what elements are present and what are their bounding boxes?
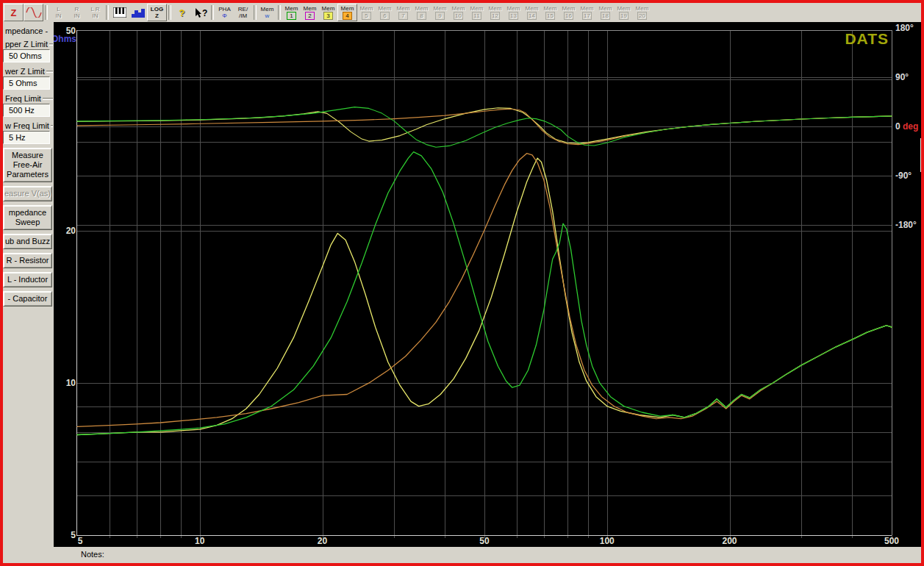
upper-z-limit-label-text: pper Z Limit bbox=[5, 40, 48, 49]
toolbar-separator bbox=[106, 5, 109, 20]
measure-vas-button: easure V(as) bbox=[3, 186, 52, 201]
mem-20-button-label: Mem bbox=[636, 5, 649, 12]
mem-2-button[interactable]: Mem2 bbox=[301, 4, 319, 21]
mem-3-button[interactable]: Mem3 bbox=[319, 4, 337, 21]
high-freq-limit-label-text: Freq Limit bbox=[5, 94, 41, 103]
notes-label: Notes: bbox=[81, 550, 104, 559]
y-right-tick-0: 0 deg bbox=[895, 121, 918, 132]
mem-11-button-number: 11 bbox=[472, 12, 481, 20]
keyboard-button[interactable] bbox=[110, 4, 129, 21]
mem-w-button-glyph: w bbox=[265, 12, 270, 19]
high-freq-limit-label: Freq Limit bbox=[5, 94, 54, 103]
mem-14-button: Mem14 bbox=[523, 4, 541, 21]
mem-18-button-label: Mem bbox=[599, 5, 612, 12]
plot-frame bbox=[76, 30, 892, 536]
low-freq-limit-input[interactable] bbox=[3, 131, 50, 144]
upper-z-limit-input[interactable] bbox=[3, 49, 50, 62]
sine-wave-icon bbox=[26, 7, 42, 18]
histogram-button[interactable] bbox=[129, 4, 147, 21]
mem-1-button-label: Mem bbox=[285, 5, 298, 12]
mem-11-button-label: Mem bbox=[470, 5, 484, 12]
mem-w-button-label: Mem bbox=[261, 6, 274, 12]
right-in-button: RIN bbox=[68, 4, 86, 21]
re-im-button-label: RE/ bbox=[238, 6, 248, 12]
mem-2-button-label: Mem bbox=[304, 5, 317, 12]
log-z-button[interactable]: LOGZ bbox=[147, 4, 167, 21]
toolbar-separator bbox=[45, 5, 48, 20]
mem-16-button-number: 16 bbox=[564, 12, 573, 20]
y-left-tick-10: 10 bbox=[66, 378, 76, 388]
context-help-button[interactable]: ? bbox=[191, 4, 209, 21]
toolbar: ZLINRINL RINLOGZ??PHAΦRE//IMMemwMem1Mem2… bbox=[3, 3, 921, 22]
impedance-chart-svg: 5020105Ohms5102050100200500180°90°0 deg-… bbox=[54, 22, 921, 547]
impedance-z-button[interactable]: Z bbox=[4, 4, 24, 21]
mem-16-button-label: Mem bbox=[562, 5, 576, 12]
x-tick-20: 20 bbox=[318, 536, 328, 546]
rub-and-buzz-button[interactable]: ub and Buzz bbox=[3, 234, 52, 249]
mem-4-button[interactable]: Mem4 bbox=[337, 4, 357, 21]
mem-7-button: Mem7 bbox=[394, 4, 412, 21]
mem-3-button-label: Mem bbox=[322, 5, 335, 12]
impedance-chart: 5020105Ohms5102050100200500180°90°0 deg-… bbox=[54, 22, 921, 547]
left-in-button-label: L bbox=[57, 6, 60, 12]
mem-w-button[interactable]: Memw bbox=[258, 4, 276, 21]
y-right-tick-90: 90° bbox=[895, 72, 909, 82]
left-in-button-glyph: IN bbox=[56, 12, 62, 19]
mem-10-button-label: Mem bbox=[452, 5, 465, 12]
mem-8-button-number: 8 bbox=[417, 12, 426, 20]
help-icon: ? bbox=[179, 8, 185, 18]
x-tick-5: 5 bbox=[78, 536, 83, 546]
mem-1-button[interactable]: Mem1 bbox=[282, 4, 301, 21]
sine-generator-button[interactable] bbox=[24, 4, 43, 21]
window-edge-fragment bbox=[920, 138, 924, 172]
mem-3-button-number: 3 bbox=[323, 12, 333, 20]
mem-9-button: Mem9 bbox=[431, 4, 449, 21]
mem-4-button-number: 4 bbox=[343, 12, 352, 20]
log-z-button-label: LOG bbox=[151, 6, 163, 12]
mem-8-button: Mem8 bbox=[412, 4, 431, 21]
impedance-group-title: mpedance - bbox=[5, 26, 54, 35]
phase-button[interactable]: PHAΦ bbox=[215, 4, 234, 21]
svg-text:?: ? bbox=[202, 8, 207, 18]
impedance-sweep-button[interactable]: mpedance Sweep bbox=[3, 205, 52, 230]
c-capacitor-button[interactable]: - Capacitor bbox=[3, 291, 52, 307]
lr-in-button-label: L R bbox=[90, 6, 99, 12]
lower-z-limit-input[interactable] bbox=[3, 76, 50, 90]
axis-labels: 5020105Ohms5102050100200500180°90°0 deg-… bbox=[54, 23, 918, 546]
gridlines bbox=[77, 30, 892, 538]
mem-13-button: Mem13 bbox=[504, 4, 523, 21]
mem-15-button: Mem15 bbox=[541, 4, 559, 21]
piano-keys-icon bbox=[113, 7, 126, 18]
blue-histogram-icon bbox=[132, 7, 145, 18]
mem-19-button-label: Mem bbox=[617, 5, 631, 12]
re-im-button[interactable]: RE//IM bbox=[234, 4, 252, 21]
mem-12-button-number: 12 bbox=[490, 12, 500, 20]
left-in-button: LIN bbox=[49, 4, 68, 21]
y-left-tick-5: 5 bbox=[71, 530, 76, 540]
right-in-button-label: R bbox=[75, 6, 79, 12]
mem-14-button-number: 14 bbox=[527, 12, 537, 20]
low-freq-limit-label: w Freq Limit bbox=[5, 121, 54, 130]
mem-13-button-label: Mem bbox=[507, 5, 520, 12]
l-inductor-button[interactable]: L - Inductor bbox=[3, 272, 52, 287]
mem-9-button-label: Mem bbox=[434, 5, 447, 12]
high-freq-limit-input[interactable] bbox=[3, 104, 50, 117]
mem-17-button-number: 17 bbox=[582, 12, 592, 20]
toolbar-separator bbox=[211, 5, 214, 20]
y-right-tick--90: -90° bbox=[895, 171, 912, 181]
phase-button-glyph: Φ bbox=[222, 12, 226, 19]
log-z-button-glyph: Z bbox=[155, 12, 159, 19]
y-left-unit-label: Ohms bbox=[54, 34, 76, 44]
mem-10-button: Mem10 bbox=[449, 4, 468, 21]
phase-button-label: PHA bbox=[218, 6, 230, 12]
r-resistor-button[interactable]: R - Resistor bbox=[3, 253, 52, 268]
mem-6-button-label: Mem bbox=[379, 5, 392, 12]
y-left-tick-20: 20 bbox=[66, 226, 76, 236]
lower-z-limit-label-text: wer Z Limit bbox=[5, 67, 45, 76]
measure-free-air-parameters-button[interactable]: Measure Free-Air Parameters bbox=[3, 148, 52, 182]
y-right-tick-180: 180° bbox=[895, 23, 914, 33]
x-tick-10: 10 bbox=[195, 536, 205, 546]
mem-2-button-number: 2 bbox=[305, 12, 315, 20]
help-button[interactable]: ? bbox=[173, 4, 191, 21]
mem-14-button-label: Mem bbox=[526, 5, 539, 12]
